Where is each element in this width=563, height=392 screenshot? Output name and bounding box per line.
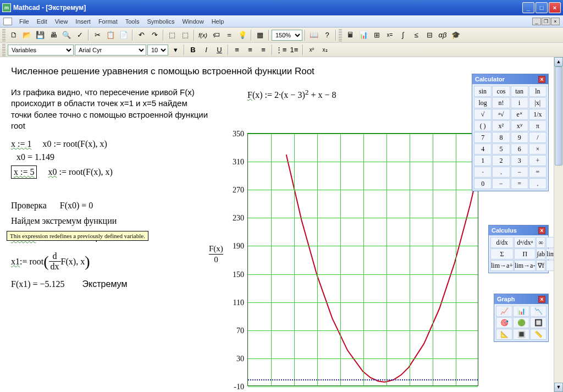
graph-btn-2[interactable]: 📉 bbox=[530, 306, 547, 317]
calculator-btn-32[interactable]: 0 bbox=[474, 178, 492, 189]
graph-btn-4[interactable]: 🟢 bbox=[513, 317, 529, 328]
calculator-btn-21[interactable]: 5 bbox=[492, 143, 510, 154]
calculator-palette-icon[interactable]: 🖩 bbox=[344, 29, 356, 41]
calculator-btn-30[interactable]: − bbox=[511, 167, 528, 178]
calculus-btn-6[interactable]: ∫ab bbox=[536, 249, 545, 260]
calculator-btn-5[interactable]: n! bbox=[492, 97, 510, 108]
align-center-icon[interactable]: ≡ bbox=[244, 44, 256, 56]
programming-palette-icon[interactable]: ⊟ bbox=[423, 29, 435, 41]
calculator-btn-19[interactable]: / bbox=[529, 132, 547, 143]
graph-btn-3[interactable]: 🎯 bbox=[496, 317, 512, 328]
graph-close-icon[interactable]: × bbox=[538, 296, 545, 303]
calculator-btn-20[interactable]: 4 bbox=[474, 143, 492, 154]
font-combo[interactable]: Arial Cyr bbox=[75, 45, 146, 56]
mdi-restore[interactable]: ❐ bbox=[542, 18, 550, 25]
minimize-button[interactable]: _ bbox=[522, 2, 534, 13]
menu-symbolics[interactable]: Symbolics bbox=[143, 17, 178, 26]
calculator-btn-14[interactable]: xʸ bbox=[511, 120, 528, 131]
preview-icon[interactable]: 🔍 bbox=[60, 29, 73, 41]
calculus-btn-0[interactable]: d/dx bbox=[490, 237, 514, 248]
calculator-btn-29[interactable]: . bbox=[492, 167, 510, 178]
menu-file[interactable]: File bbox=[15, 17, 33, 26]
calculator-btn-24[interactable]: 1 bbox=[474, 155, 492, 166]
calculator-btn-25[interactable]: 2 bbox=[492, 155, 510, 166]
undo-icon[interactable]: ↶ bbox=[135, 29, 147, 41]
calculator-btn-35[interactable]: . bbox=[529, 178, 547, 189]
calculator-btn-2[interactable]: tan bbox=[511, 86, 528, 97]
subscript-icon[interactable]: x₂ bbox=[319, 44, 331, 56]
calculator-btn-26[interactable]: 3 bbox=[511, 155, 528, 166]
open-icon[interactable]: 📂 bbox=[21, 29, 33, 41]
new-icon[interactable]: 🗋 bbox=[8, 29, 20, 41]
mdi-close[interactable]: × bbox=[551, 18, 560, 25]
save-icon[interactable]: 💾 bbox=[34, 29, 46, 41]
book-icon[interactable]: 📖 bbox=[308, 29, 320, 41]
align-left-icon[interactable]: ≡ bbox=[231, 44, 243, 56]
superscript-icon[interactable]: x² bbox=[306, 44, 318, 56]
greek-palette-icon[interactable]: αβ bbox=[437, 29, 449, 41]
matrix-palette-icon[interactable]: ⊞ bbox=[371, 29, 383, 41]
bullets-icon[interactable]: ⋮≡ bbox=[275, 44, 287, 56]
graph-btn-1[interactable]: 📊 bbox=[513, 306, 529, 317]
menu-insert[interactable]: Insert bbox=[71, 17, 95, 26]
calculator-btn-28[interactable]: · bbox=[474, 167, 492, 178]
scroll-down-icon[interactable]: ▼ bbox=[554, 383, 563, 392]
calculator-palette[interactable]: Calculator× sincostanlnlogn!i|x|√ⁿ√eˣ1/x… bbox=[472, 74, 549, 191]
calculator-btn-18[interactable]: 9 bbox=[511, 132, 528, 143]
calculator-close-icon[interactable]: × bbox=[538, 76, 545, 83]
calculus-btn-1[interactable]: dⁿ/dxⁿ bbox=[514, 237, 536, 248]
lightbulb-icon[interactable]: 💡 bbox=[236, 29, 249, 41]
numbers-icon[interactable]: 1≡ bbox=[288, 44, 300, 56]
calculator-btn-10[interactable]: eˣ bbox=[511, 109, 528, 120]
calculator-btn-11[interactable]: 1/x bbox=[529, 109, 547, 120]
calculator-btn-17[interactable]: 8 bbox=[492, 132, 510, 143]
maximize-button[interactable]: □ bbox=[536, 2, 548, 13]
copy-icon[interactable]: 📋 bbox=[104, 29, 117, 41]
plot-area[interactable] bbox=[247, 133, 478, 386]
toolbar-handle2[interactable] bbox=[339, 29, 342, 41]
calculator-btn-8[interactable]: √ bbox=[474, 109, 492, 120]
calculus-close-icon[interactable]: × bbox=[538, 227, 545, 234]
help-icon[interactable]: ? bbox=[321, 29, 333, 41]
formula-main[interactable]: F(x) := 2·(x − 3)2 + x − 8 bbox=[247, 88, 336, 100]
calculator-btn-13[interactable]: x² bbox=[492, 120, 510, 131]
calculus-btn-10[interactable]: ∇f bbox=[536, 260, 545, 271]
calculus-palette[interactable]: Calculus× d/dxdⁿ/dxⁿ∞∫ΣΠ∫ablim→alim→a+li… bbox=[488, 225, 549, 273]
style-combo[interactable]: Variables bbox=[8, 45, 74, 56]
align-right-icon[interactable]: ≡ bbox=[257, 44, 269, 56]
print-icon[interactable]: 🖶 bbox=[47, 29, 59, 41]
calculator-btn-23[interactable]: × bbox=[529, 143, 547, 154]
graph-palette-icon[interactable]: 📊 bbox=[357, 29, 369, 41]
calculus-btn-4[interactable]: Σ bbox=[490, 249, 514, 260]
menu-tools[interactable]: Tools bbox=[122, 17, 143, 26]
calculator-btn-3[interactable]: ln bbox=[529, 86, 547, 97]
toolbar-handle3[interactable] bbox=[2, 44, 5, 56]
cut-icon[interactable]: ✂ bbox=[91, 29, 103, 41]
calculator-btn-33[interactable]: − bbox=[492, 178, 510, 189]
sizedown-icon[interactable]: ▾ bbox=[169, 44, 181, 56]
graph-btn-7[interactable]: 🔳 bbox=[513, 329, 529, 340]
graph-btn-5[interactable]: 🔲 bbox=[530, 317, 547, 328]
close-button[interactable]: × bbox=[549, 2, 561, 13]
calculus-btn-9[interactable]: lim→a- bbox=[514, 260, 536, 271]
italic-icon[interactable]: I bbox=[200, 44, 212, 56]
calculator-btn-6[interactable]: i bbox=[511, 97, 528, 108]
calculator-btn-9[interactable]: ⁿ√ bbox=[492, 109, 510, 120]
component-icon[interactable]: ▦ bbox=[254, 29, 266, 41]
calculator-btn-15[interactable]: π bbox=[529, 120, 547, 131]
paragraph[interactable]: Из графика видно, что пересечение кривой… bbox=[11, 87, 209, 131]
graph-btn-0[interactable]: 📈 bbox=[496, 306, 512, 317]
calculator-btn-1[interactable]: cos bbox=[492, 86, 510, 97]
calculator-btn-27[interactable]: + bbox=[529, 155, 547, 166]
menu-help[interactable]: Help bbox=[208, 17, 228, 26]
calculator-btn-0[interactable]: sin bbox=[474, 86, 492, 97]
bold-icon[interactable]: B bbox=[187, 44, 199, 56]
graph-btn-6[interactable]: 📐 bbox=[496, 329, 512, 340]
menu-window[interactable]: Window bbox=[179, 17, 208, 26]
mdi-minimize[interactable]: _ bbox=[532, 18, 541, 25]
vertical-scrollbar[interactable]: ▲ ▼ bbox=[554, 57, 563, 392]
redo-icon[interactable]: ↷ bbox=[148, 29, 161, 41]
menu-format[interactable]: Format bbox=[95, 17, 122, 26]
calculus-palette-icon[interactable]: ∫ bbox=[397, 29, 409, 41]
zoom-combo[interactable]: 150% bbox=[272, 30, 302, 41]
